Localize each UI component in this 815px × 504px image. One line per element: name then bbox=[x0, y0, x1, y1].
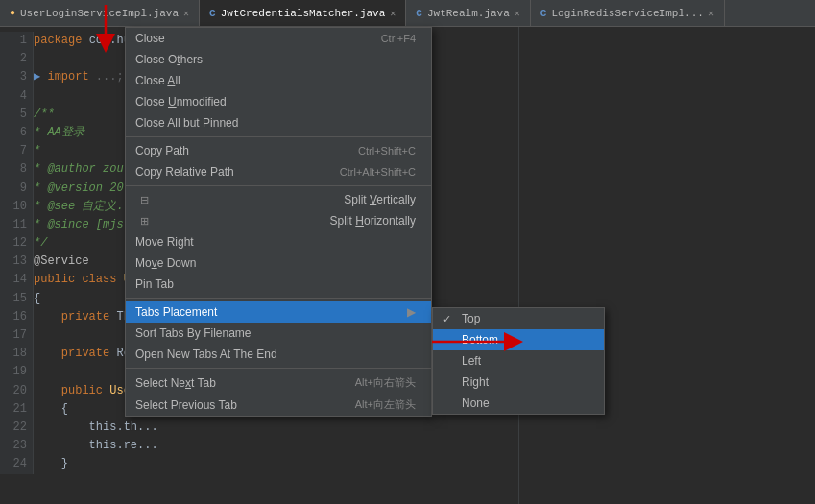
menu-item-label: Sort Tabs By Filename bbox=[135, 326, 252, 340]
menu-item-split-horizontally[interactable]: ⊞ Split Horizontally bbox=[126, 210, 431, 231]
right-panel bbox=[518, 27, 815, 504]
context-menu: Close Ctrl+F4 Close Others Close All Clo… bbox=[125, 27, 432, 417]
line-number: 7 bbox=[0, 142, 34, 160]
submenu-item-bottom[interactable]: Bottom bbox=[433, 329, 604, 350]
line-number: 8 bbox=[0, 160, 34, 179]
menu-item-shortcut: Ctrl+Shift+C bbox=[358, 145, 416, 156]
tab-bar: ● UserLoginServiceImpl.java ✕ C JwtCrede… bbox=[0, 0, 815, 27]
line-number: 21 bbox=[0, 400, 34, 419]
line-number: 13 bbox=[0, 252, 34, 271]
line-number: 6 bbox=[0, 124, 34, 142]
line-number: 9 bbox=[0, 180, 34, 198]
menu-item-close-unmodified[interactable]: Close Unmodified bbox=[126, 91, 431, 112]
menu-item-close-others[interactable]: Close Others bbox=[126, 49, 431, 70]
menu-item-label: Select Next Tab bbox=[135, 376, 216, 390]
menu-item-select-previous-tab[interactable]: Select Previous Tab Alt+向左箭头 bbox=[126, 394, 431, 416]
menu-item-label: Copy Path bbox=[135, 144, 189, 157]
menu-item-pin-tab[interactable]: Pin Tab bbox=[126, 274, 431, 295]
submenu-item-top[interactable]: ✓ Top bbox=[433, 308, 604, 329]
menu-item-shortcut: Ctrl+F4 bbox=[381, 33, 416, 44]
code-line: 24 } bbox=[0, 455, 518, 473]
tab-userloginserviceimpl[interactable]: ● UserLoginServiceImpl.java ✕ bbox=[0, 0, 200, 26]
line-number: 22 bbox=[0, 419, 34, 437]
menu-item-label: Split Vertically bbox=[344, 193, 416, 206]
line-number: 17 bbox=[0, 326, 34, 345]
line-number: 20 bbox=[0, 382, 34, 400]
menu-item-label: Split Horizontally bbox=[330, 214, 416, 228]
menu-item-label: Pin Tab bbox=[135, 277, 174, 291]
menu-item-label: Move Down bbox=[135, 256, 196, 270]
menu-item-open-new-tabs-end[interactable]: Open New Tabs At The End bbox=[126, 344, 431, 365]
menu-item-label: Close Others bbox=[135, 53, 203, 66]
menu-item-label: Close All but Pinned bbox=[135, 116, 238, 130]
submenu-item-left[interactable]: Left bbox=[433, 350, 604, 372]
menu-item-label: Select Previous Tab bbox=[135, 398, 237, 412]
checkmark-icon: ✓ bbox=[443, 313, 456, 325]
line-number: 16 bbox=[0, 308, 34, 326]
submenu-item-right[interactable]: Right bbox=[433, 372, 604, 393]
tabs-placement-submenu: ✓ Top Bottom Left Right None bbox=[432, 307, 605, 415]
menu-item-split-vertically[interactable]: ⊟ Split Vertically bbox=[126, 189, 431, 210]
line-number: 4 bbox=[0, 87, 34, 106]
line-number: 19 bbox=[0, 363, 34, 381]
tab-modified-icon: ● bbox=[10, 8, 15, 18]
menu-item-shortcut: Alt+向右箭头 bbox=[355, 375, 416, 390]
line-number: 14 bbox=[0, 271, 34, 289]
tab-c-icon: C bbox=[416, 8, 422, 19]
submenu-item-none[interactable]: None bbox=[433, 393, 604, 414]
tab-close-icon[interactable]: ✕ bbox=[708, 8, 714, 19]
tab-close-icon[interactable]: ✕ bbox=[390, 8, 396, 19]
menu-item-label: Close bbox=[135, 32, 165, 45]
menu-item-copy-path[interactable]: Copy Path Ctrl+Shift+C bbox=[126, 140, 431, 161]
menu-item-label: Close Unmodified bbox=[135, 95, 227, 108]
tab-c-icon: C bbox=[209, 8, 216, 19]
menu-item-close[interactable]: Close Ctrl+F4 bbox=[126, 28, 431, 49]
menu-item-label: Move Right bbox=[135, 235, 194, 249]
menu-separator bbox=[126, 136, 431, 137]
submenu-item-label: None bbox=[462, 396, 490, 410]
menu-item-close-all[interactable]: Close All bbox=[126, 70, 431, 91]
code-line: 23 this.re... bbox=[0, 437, 518, 455]
tab-label: LoginRedisServiceImpl... bbox=[551, 8, 703, 19]
menu-item-shortcut: Ctrl+Alt+Shift+C bbox=[340, 166, 416, 178]
line-number: 1 bbox=[0, 32, 34, 50]
submenu-arrow-icon: ▶ bbox=[397, 305, 416, 319]
menu-item-label: Copy Relative Path bbox=[135, 165, 234, 179]
tab-close-icon[interactable]: ✕ bbox=[515, 8, 520, 19]
menu-item-label: Open New Tabs At The End bbox=[135, 348, 277, 361]
tab-jwtrealm[interactable]: C JwtRealm.java ✕ bbox=[406, 0, 530, 26]
line-number: 5 bbox=[0, 106, 34, 124]
menu-item-sort-tabs[interactable]: Sort Tabs By Filename bbox=[126, 323, 431, 344]
tab-label: JwtCredentialsMatcher.java bbox=[221, 8, 386, 19]
menu-item-shortcut: Alt+向左箭头 bbox=[355, 397, 416, 412]
submenu-item-label: Left bbox=[462, 354, 481, 368]
code-line: 22 this.th... bbox=[0, 419, 518, 437]
line-number: 2 bbox=[0, 50, 34, 68]
menu-item-tabs-placement[interactable]: Tabs Placement ▶ bbox=[126, 301, 431, 323]
menu-item-label: Close All bbox=[135, 74, 180, 87]
menu-item-move-down[interactable]: Move Down bbox=[126, 252, 431, 274]
menu-item-select-next-tab[interactable]: Select Next Tab Alt+向右箭头 bbox=[126, 372, 431, 394]
line-number: 23 bbox=[0, 437, 34, 455]
tab-c-icon: C bbox=[540, 8, 547, 19]
submenu-item-label: Bottom bbox=[462, 333, 498, 347]
menu-separator bbox=[126, 368, 431, 369]
menu-item-move-right[interactable]: Move Right bbox=[126, 231, 431, 252]
tab-label: JwtRealm.java bbox=[427, 8, 510, 19]
line-number: 24 bbox=[0, 455, 34, 473]
menu-item-close-all-pinned[interactable]: Close All but Pinned bbox=[126, 112, 431, 133]
split-vertically-icon: ⊟ bbox=[135, 194, 153, 206]
tab-loginredisserviceimpl[interactable]: C LoginRedisServiceImpl... ✕ bbox=[531, 0, 725, 26]
line-number: 18 bbox=[0, 345, 34, 363]
line-number: 15 bbox=[0, 290, 34, 308]
line-number: 10 bbox=[0, 198, 34, 216]
tab-jwtcredentialsmatcher[interactable]: C JwtCredentialsMatcher.java ✕ bbox=[200, 0, 406, 26]
line-number: 11 bbox=[0, 216, 34, 234]
submenu-item-label: Right bbox=[462, 375, 489, 389]
line-number: 12 bbox=[0, 234, 34, 252]
submenu-item-label: Top bbox=[462, 312, 480, 325]
menu-item-copy-relative-path[interactable]: Copy Relative Path Ctrl+Alt+Shift+C bbox=[126, 161, 431, 182]
tab-close-icon[interactable]: ✕ bbox=[183, 8, 189, 19]
split-horizontally-icon: ⊞ bbox=[135, 215, 153, 228]
menu-item-label: Tabs Placement bbox=[135, 305, 217, 319]
